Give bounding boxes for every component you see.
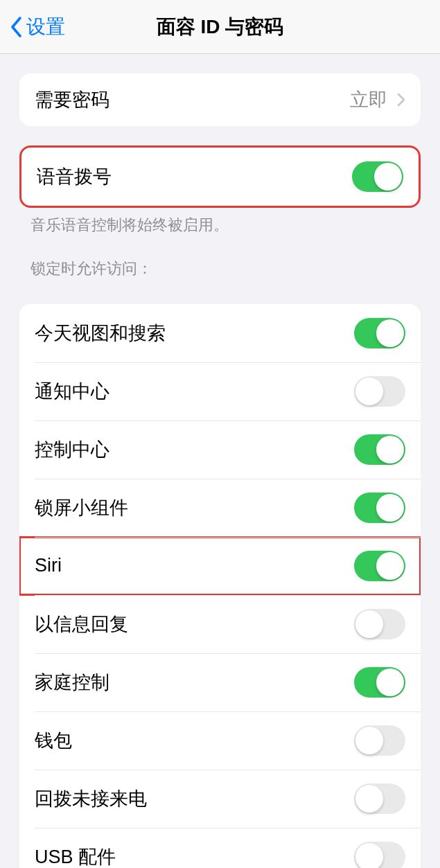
lock-item-toggle[interactable] [354,609,405,639]
lock-item-row: 控制中心 [19,420,421,479]
lock-item-toggle[interactable] [354,783,405,814]
lock-item-row: USB 配件 [19,828,421,868]
voice-dial-footer: 音乐语音控制将始终被启用。 [0,208,440,236]
lock-item-toggle[interactable] [354,376,405,407]
lock-item-row: Siri [19,537,421,595]
back-label: 设置 [26,14,65,40]
lock-access-header: 锁定时允许访问： [0,236,440,285]
lock-item-row: 家庭控制 [19,653,421,711]
lock-item-label: 通知中心 [35,379,109,404]
require-passcode-value: 立即 [350,87,387,112]
lock-item-toggle[interactable] [354,318,405,348]
require-passcode-row[interactable]: 需要密码 立即 [19,73,421,126]
lock-item-row: 今天视图和搜索 [19,304,421,362]
lock-item-label: 控制中心 [35,437,109,462]
lock-item-label: Siri [35,555,62,576]
lock-item-toggle[interactable] [354,493,405,523]
lock-item-row: 钱包 [19,711,421,770]
lock-item-label: 今天视图和搜索 [35,321,166,346]
page-title: 面容 ID 与密码 [157,14,284,40]
chevron-right-icon [397,93,405,107]
require-passcode-group: 需要密码 立即 [19,73,421,126]
lock-item-toggle[interactable] [354,551,405,581]
voice-dial-group: 语音拨号 [19,145,421,208]
voice-dial-row: 语音拨号 [21,148,419,206]
lock-item-row: 通知中心 [19,362,421,420]
lock-item-label: USB 配件 [35,844,116,868]
lock-item-row: 锁屏小组件 [19,479,421,537]
lock-item-row: 回拨未接来电 [19,770,421,828]
require-passcode-label: 需要密码 [35,87,109,112]
voice-dial-toggle[interactable] [352,161,403,192]
lock-item-toggle[interactable] [354,667,405,698]
lock-item-row: 以信息回复 [19,595,421,653]
back-button[interactable]: 设置 [0,14,65,40]
navbar: 设置 面容 ID 与密码 [0,0,440,54]
chevron-left-icon [10,17,22,37]
lock-access-group: 今天视图和搜索通知中心控制中心锁屏小组件Siri以信息回复家庭控制钱包回拨未接来… [19,304,421,868]
lock-item-label: 以信息回复 [35,612,128,637]
lock-item-label: 家庭控制 [35,670,109,695]
lock-item-label: 回拨未接来电 [35,786,147,811]
voice-dial-label: 语音拨号 [37,164,112,189]
lock-item-toggle[interactable] [354,842,405,868]
lock-item-label: 钱包 [35,728,72,753]
lock-item-toggle[interactable] [354,434,405,465]
lock-item-toggle[interactable] [354,725,405,756]
lock-item-label: 锁屏小组件 [35,495,128,520]
